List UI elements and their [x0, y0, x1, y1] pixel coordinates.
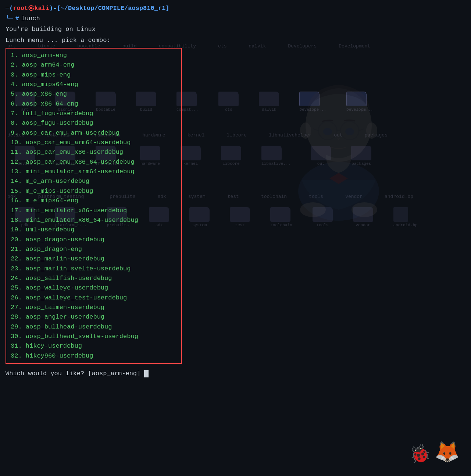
- menu-item[interactable]: 22. aosp_marlin-userdebug: [11, 254, 177, 264]
- menu-item[interactable]: 20. aosp_dragon-userdebug: [11, 235, 177, 245]
- host-label: kali: [34, 4, 49, 13]
- menu-item[interactable]: 9. aosp_car_emu_arm-userdebug: [11, 128, 177, 138]
- building-output: You're building on Linux: [6, 25, 465, 34]
- menu-item[interactable]: 4. aosp_mips64-eng: [11, 80, 177, 89]
- menu-item[interactable]: 32. hikey960-userdebug: [11, 351, 177, 361]
- path-label: ~/Desktop/COMPILE/aosp810_r1: [61, 4, 166, 13]
- menu-item[interactable]: 3. aosp_mips-eng: [11, 70, 177, 80]
- menu-item[interactable]: 25. aosp_walleye-userdebug: [11, 283, 177, 293]
- menu-item[interactable]: 6. aosp_x86_64-eng: [11, 99, 177, 109]
- menu-item[interactable]: 15. m_e_mips-userdebug: [11, 187, 177, 196]
- menu-item[interactable]: 23. aosp_marlin_svelte-userdebug: [11, 264, 177, 274]
- prompt-line-1: ─(root㉿kali)-[~/Desktop/COMPILE/aosp810_…: [6, 4, 465, 13]
- bracket-left: ─(: [6, 4, 13, 13]
- menu-box: 1. aosp_arm-eng2. aosp_arm64-eng3. aosp_…: [6, 48, 182, 364]
- menu-item[interactable]: 10. aosp_car_emu_arm64-userdebug: [11, 138, 177, 148]
- bottom-prompt: Which would you like? [aosp_arm-eng]: [6, 367, 465, 380]
- menu-item[interactable]: 26. aosp_walleye_test-userdebug: [11, 293, 177, 303]
- hash-prompt: #: [15, 14, 19, 24]
- menu-item[interactable]: 31. hikey-userdebug: [11, 341, 177, 351]
- menu-item[interactable]: 29. aosp_bullhead-userdebug: [11, 322, 177, 332]
- menu-item[interactable]: 21. aosp_dragon-eng: [11, 245, 177, 254]
- terminal-content: ─(root㉿kali)-[~/Desktop/COMPILE/aosp810_…: [0, 0, 471, 476]
- bracket-right: ]: [165, 4, 169, 13]
- menu-title: Lunch menu ... pick a combo:: [6, 36, 465, 45]
- menu-item[interactable]: 28. aosp_angler-userdebug: [11, 312, 177, 322]
- menu-item[interactable]: 18. mini_emulator_x86_64-userdebug: [11, 216, 177, 225]
- bottom-prompt-text: Which would you like? [aosp_arm-eng]: [6, 369, 140, 379]
- menu-item[interactable]: 8. aosp_fugu-userdebug: [11, 118, 177, 128]
- bracket-mid: )-[: [49, 4, 61, 13]
- menu-item[interactable]: 7. full_fugu-userdebug: [11, 109, 177, 118]
- menu-item[interactable]: 14. m_e_arm-userdebug: [11, 177, 177, 186]
- hash-symbol: └─: [6, 14, 13, 24]
- menu-item[interactable]: 17. mini_emulator_x86-userdebug: [11, 206, 177, 216]
- menu-item[interactable]: 2. aosp_arm64-eng: [11, 60, 177, 70]
- skull-icon: ㉿: [28, 4, 34, 13]
- menu-item[interactable]: 27. aosp_taimen-userdebug: [11, 303, 177, 312]
- menu-items-container: 1. aosp_arm-eng2. aosp_arm64-eng3. aosp_…: [11, 51, 177, 361]
- menu-item[interactable]: 5. aosp_x86-eng: [11, 89, 177, 99]
- menu-item[interactable]: 19. uml-userdebug: [11, 225, 177, 235]
- command-label: lunch: [21, 14, 40, 24]
- menu-item[interactable]: 24. aosp_sailfish-userdebug: [11, 274, 177, 283]
- menu-item[interactable]: 13. mini_emulator_arm64-userdebug: [11, 167, 177, 177]
- menu-item[interactable]: 11. aosp_car_emu_x86-userdebug: [11, 148, 177, 157]
- menu-item[interactable]: 30. aosp_bullhead_svelte-userdebug: [11, 332, 177, 341]
- menu-item[interactable]: 12. aosp_car_emu_x86_64-userdebug: [11, 157, 177, 167]
- menu-item[interactable]: 16. m_e_mips64-eng: [11, 196, 177, 206]
- menu-item[interactable]: 1. aosp_arm-eng: [11, 51, 177, 60]
- cursor-block: [144, 370, 149, 377]
- hash-line: └─ # lunch: [6, 14, 465, 24]
- root-label: root: [13, 4, 28, 13]
